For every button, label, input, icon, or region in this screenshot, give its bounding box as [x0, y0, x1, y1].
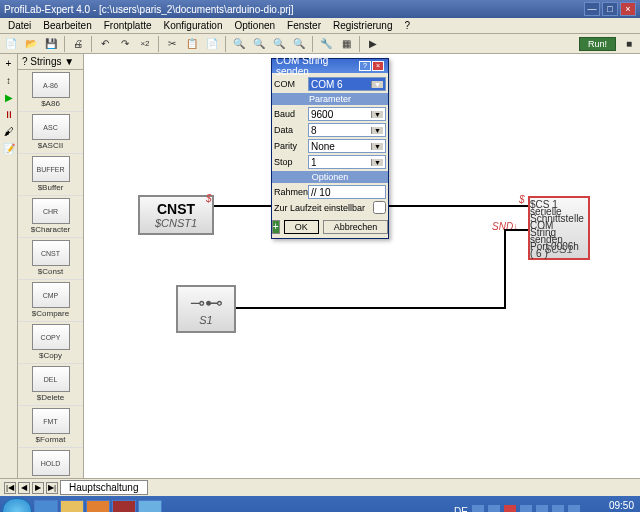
palette-item[interactable]: DEL$Delete — [18, 364, 83, 406]
menu-help[interactable]: ? — [398, 20, 416, 31]
zoomout-icon[interactable]: 🔍 — [250, 35, 268, 52]
undo-icon[interactable]: ↶ — [96, 35, 114, 52]
tool-arrow-icon[interactable]: + — [1, 56, 17, 72]
palette-item-label: $ASCII — [18, 141, 83, 150]
start-button[interactable] — [2, 498, 32, 512]
app-title: ProfiLab-Expert 4.0 - [c:\users\paris_2\… — [4, 4, 294, 15]
left-toolbar: + ↕ ▶ ⏸ 🖌 📝 — [0, 54, 18, 478]
stop-icon[interactable]: ■ — [620, 35, 638, 52]
palette-item[interactable]: COPY$Copy — [18, 322, 83, 364]
cancel-button[interactable]: Abbrechen — [323, 220, 389, 234]
tab-next-icon[interactable]: ▶ — [32, 482, 44, 494]
menu-bearbeiten[interactable]: Bearbeiten — [37, 20, 97, 31]
palette-item[interactable]: A-86$A86 — [18, 70, 83, 112]
palette-item-label: $Copy — [18, 351, 83, 360]
tray-icon[interactable] — [568, 505, 580, 512]
palette-item-icon: COPY — [32, 324, 70, 350]
open-icon[interactable]: 📂 — [22, 35, 40, 52]
palette-item[interactable]: FMT$Format — [18, 406, 83, 448]
menu-frontplatte[interactable]: Frontplatte — [98, 20, 158, 31]
menu-fenster[interactable]: Fenster — [281, 20, 327, 31]
zoomin-icon[interactable]: 🔍 — [230, 35, 248, 52]
tool-play-icon[interactable]: ▶ — [1, 90, 17, 106]
tray-icon[interactable] — [536, 505, 548, 512]
palette-item[interactable]: CNST$Const — [18, 238, 83, 280]
copy-icon[interactable]: 📋 — [183, 35, 201, 52]
com-select[interactable]: COM 6▼ — [308, 77, 386, 91]
palette-item[interactable]: ASC$ASCII — [18, 112, 83, 154]
tool-icon[interactable]: 🔧 — [317, 35, 335, 52]
tool-brush-icon[interactable]: 🖌 — [1, 124, 17, 140]
taskbar-clock[interactable]: 09:50 28.04.2014 — [584, 500, 634, 512]
palette-item-icon: ASC — [32, 114, 70, 140]
cut-icon[interactable]: ✂ — [163, 35, 181, 52]
tab-hauptschaltung[interactable]: Hauptschaltung — [60, 480, 148, 495]
taskbar-app-notepad[interactable] — [138, 500, 162, 512]
block-cnst[interactable]: CNST $CNST1 — [138, 195, 214, 235]
block-switch[interactable]: ⊸⊷ S1 — [176, 285, 236, 333]
pin-cs-dollar: $ — [519, 194, 525, 205]
tray-icon[interactable] — [472, 505, 484, 512]
palette-item-icon: A-86 — [32, 72, 70, 98]
tab-last-icon[interactable]: ▶| — [46, 482, 58, 494]
dialog-plus-button[interactable]: + — [272, 220, 280, 234]
tray-icon[interactable] — [520, 505, 532, 512]
paste-icon[interactable]: 📄 — [203, 35, 221, 52]
compile-icon[interactable]: ▶ — [364, 35, 382, 52]
dialog-title: COM String senden — [276, 55, 359, 77]
tab-first-icon[interactable]: |◀ — [4, 482, 16, 494]
block-cs[interactable]: $CS 1 serielle Schnittstelle COM String … — [528, 196, 590, 260]
zoom2x-icon[interactable]: ×2 — [136, 35, 154, 52]
parity-select[interactable]: None▼ — [308, 139, 386, 153]
run-button[interactable]: Run! — [579, 37, 616, 51]
tool-move-icon[interactable]: ↕ — [1, 73, 17, 89]
palette-item-icon: DEL — [32, 366, 70, 392]
tool-pause-icon[interactable]: ⏸ — [1, 107, 17, 123]
tab-prev-icon[interactable]: ◀ — [18, 482, 30, 494]
wire — [504, 229, 506, 309]
baud-select[interactable]: 9600▼ — [308, 107, 386, 121]
stop-label: Stop — [274, 157, 306, 167]
palette-item[interactable]: HOLD$Hold — [18, 448, 83, 478]
redo-icon[interactable]: ↷ — [116, 35, 134, 52]
menu-optionen[interactable]: Optionen — [228, 20, 281, 31]
save-icon[interactable]: 💾 — [42, 35, 60, 52]
dialog-titlebar[interactable]: COM String senden ? × — [272, 59, 388, 73]
menu-konfiguration[interactable]: Konfiguration — [158, 20, 229, 31]
palette-item[interactable]: CMP$Compare — [18, 280, 83, 322]
dialog-help-button[interactable]: ? — [359, 61, 371, 71]
stop-select[interactable]: 1▼ — [308, 155, 386, 169]
com-string-dialog: COM String senden ? × COM COM 6▼ Paramet… — [271, 58, 389, 239]
menu-datei[interactable]: Datei — [2, 20, 37, 31]
palette-item-label: $Hold — [18, 477, 83, 478]
taskbar-app-ie[interactable] — [34, 500, 58, 512]
tray-icon[interactable] — [552, 505, 564, 512]
tray-icon[interactable] — [488, 505, 500, 512]
palette-item[interactable]: BUFFER$Buffer — [18, 154, 83, 196]
zoom100-icon[interactable]: 🔍 — [290, 35, 308, 52]
palette-item[interactable]: CHR$Character — [18, 196, 83, 238]
close-button[interactable]: × — [620, 2, 636, 16]
laufzeit-checkbox[interactable] — [373, 201, 386, 214]
menu-registrierung[interactable]: Registrierung — [327, 20, 398, 31]
dialog-close-button[interactable]: × — [372, 61, 384, 71]
grid-icon[interactable]: ▦ — [337, 35, 355, 52]
palette-header[interactable]: ? Strings ▼ — [18, 54, 83, 70]
wire — [236, 307, 506, 309]
taskbar-app-profilab[interactable] — [112, 500, 136, 512]
ok-button[interactable]: OK — [284, 220, 319, 234]
rahmen-input[interactable]: // 10 — [308, 185, 386, 199]
dropdown-arrow-icon: ▼ — [371, 81, 383, 88]
maximize-button[interactable]: □ — [602, 2, 618, 16]
new-icon[interactable]: 📄 — [2, 35, 20, 52]
taskbar-app-explorer[interactable] — [60, 500, 84, 512]
tray-icon[interactable] — [504, 505, 516, 512]
zoomfit-icon[interactable]: 🔍 — [270, 35, 288, 52]
parity-label: Parity — [274, 141, 306, 151]
data-select[interactable]: 8▼ — [308, 123, 386, 137]
minimize-button[interactable]: — — [584, 2, 600, 16]
taskbar-app-firefox[interactable] — [86, 500, 110, 512]
print-icon[interactable]: 🖨 — [69, 35, 87, 52]
lang-indicator[interactable]: DE — [454, 506, 468, 513]
tool-note-icon[interactable]: 📝 — [1, 141, 17, 157]
